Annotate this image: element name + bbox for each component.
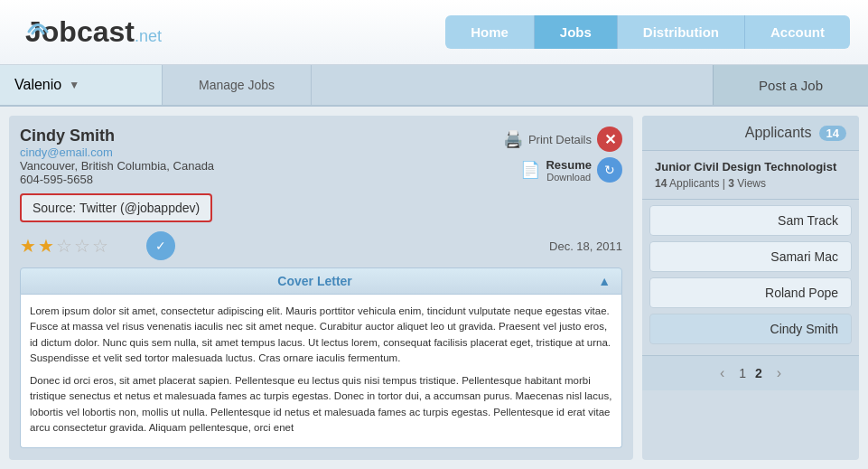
refresh-button[interactable]: ↻ [597, 157, 622, 183]
applicants-title: Applicants [745, 125, 812, 141]
next-page-button[interactable]: › [771, 363, 787, 383]
manage-jobs-link[interactable]: Manage Jobs [163, 65, 312, 105]
applicants-count-badge: 14 [819, 126, 846, 141]
job-info: Junior Civil Design Technologist 14 Appl… [642, 151, 859, 200]
job-stats: 14 Applicants | 3 Views [655, 177, 846, 190]
page-1[interactable]: 1 [739, 366, 746, 380]
page-2[interactable]: 2 [755, 366, 762, 380]
applicant-info: Cindy Smith cindy@email.com Vancouver, B… [20, 127, 485, 186]
chevron-down-icon: ▼ [69, 79, 79, 91]
verified-icon: ✓ [146, 231, 175, 260]
cover-letter-title: Cover Letter [32, 274, 598, 288]
applicant-name: Cindy Smith [20, 127, 485, 145]
resume-download-label: Download [546, 172, 591, 183]
submission-date: Dec. 18, 2011 [549, 239, 622, 253]
pagination: ‹ 1 2 › [642, 355, 859, 390]
close-button[interactable]: ✕ [597, 127, 622, 152]
applicant-item-1[interactable]: Samari Mac [649, 241, 852, 272]
print-details-button[interactable]: 🖨️ Print Details [503, 129, 592, 149]
nav-distribution[interactable]: Distribution [618, 15, 745, 49]
printer-icon: 🖨️ [503, 129, 523, 149]
applicant-item-0[interactable]: Sam Track [649, 205, 852, 236]
cover-letter-header: Cover Letter ▲ [20, 267, 622, 295]
applicant-item-2[interactable]: Roland Pope [649, 277, 852, 308]
star-rating-empty[interactable]: ☆☆☆ [56, 235, 110, 257]
cover-letter-paragraph-2: Donec id orci eros, sit amet placerat sa… [30, 373, 612, 436]
nav-account[interactable]: Account [745, 15, 850, 49]
company-dropdown-value: Valenio [14, 77, 61, 93]
resume-download-button[interactable]: 📄 Resume Download [520, 158, 592, 183]
star-rating-filled[interactable]: ★★ [20, 235, 56, 257]
logo-cast: cast [77, 15, 135, 48]
applicants-panel: Applicants 14 Junior Civil Design Techno… [642, 116, 859, 460]
main-content: Cindy Smith cindy@email.com Vancouver, B… [0, 107, 868, 469]
applicant-phone: 604-595-5658 [20, 173, 485, 186]
applicant-header: Cindy Smith cindy@email.com Vancouver, B… [20, 127, 622, 186]
logo-signal-icon [22, 14, 54, 46]
applicants-stat: 14 [655, 177, 667, 190]
job-title: Junior Civil Design Technologist [655, 160, 846, 175]
nav-jobs[interactable]: Jobs [535, 15, 618, 49]
applicant-list: Sam Track Samari Mac Roland Pope Cindy S… [642, 200, 859, 355]
logo-net: .net [135, 27, 162, 45]
header: Job cast.net Home Jobs Distribution Acco… [0, 0, 868, 65]
print-label: Print Details [528, 133, 592, 146]
source-box: Source: Twitter (@jobappdev) [20, 193, 212, 222]
expand-icon[interactable]: ▲ [598, 274, 611, 288]
applicant-email[interactable]: cindy@email.com [20, 145, 485, 159]
applicants-header: Applicants 14 [642, 116, 859, 151]
prev-page-button[interactable]: ‹ [714, 363, 730, 383]
resume-label: Resume [546, 158, 592, 172]
cover-letter-body: Lorem ipsum dolor sit amet, consectetur … [20, 295, 622, 448]
logo: Job cast.net [18, 15, 162, 49]
post-job-link[interactable]: Post a Job [713, 65, 868, 105]
cover-letter-paragraph-1: Lorem ipsum dolor sit amet, consectetur … [30, 304, 612, 366]
subnav: Valenio ▼ Manage Jobs Post a Job [0, 65, 868, 107]
views-stat: 3 [728, 177, 734, 190]
applicant-item-3[interactable]: Cindy Smith [649, 314, 852, 344]
nav-home[interactable]: Home [445, 15, 535, 49]
company-dropdown[interactable]: Valenio ▼ [0, 65, 163, 105]
main-nav: Home Jobs Distribution Account [445, 15, 850, 49]
rating-row: ★★☆☆☆ ✓ Dec. 18, 2011 [20, 231, 622, 260]
applicant-detail-panel: Cindy Smith cindy@email.com Vancouver, B… [9, 116, 633, 460]
applicant-location: Vancouver, British Columbia, Canada [20, 159, 485, 173]
document-icon: 📄 [520, 160, 540, 180]
